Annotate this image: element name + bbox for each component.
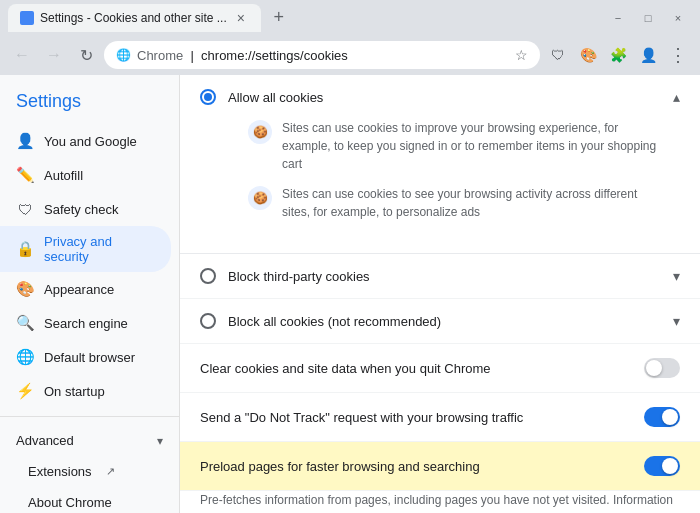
preload-pages-toggle-knob	[662, 458, 678, 474]
address-bar: ← → ↻ 🌐 Chrome | chrome://settings/cooki…	[0, 35, 700, 75]
do-not-track-toggle[interactable]	[644, 407, 680, 427]
autofill-icon: ✏️	[16, 166, 34, 184]
sidebar-item-safety-check[interactable]: 🛡 Safety check	[0, 192, 171, 226]
tab-close-button[interactable]: ×	[233, 10, 249, 26]
cookie-sub-item-1: 🍪 Sites can use cookies to see your brow…	[248, 179, 660, 227]
sidebar-item-privacy-security[interactable]: 🔒 Privacy and security	[0, 226, 171, 272]
url-path: chrome://settings/cookies	[201, 48, 348, 63]
block-all-cookies-option[interactable]: Block all cookies (not recommended) ▾	[180, 299, 700, 344]
about-chrome-label: About Chrome	[28, 495, 112, 510]
appearance-icon: 🎨	[16, 280, 34, 298]
back-button[interactable]: ←	[8, 41, 36, 69]
block-all-cookies-label: Block all cookies (not recommended)	[228, 314, 661, 329]
block-third-party-label: Block third-party cookies	[228, 269, 661, 284]
bookmark-icon[interactable]: ☆	[515, 47, 528, 63]
profile-icon[interactable]: 👤	[634, 41, 662, 69]
block-all-cookies-radio[interactable]	[200, 313, 216, 329]
sidebar-advanced-section[interactable]: Advanced ▾	[0, 425, 179, 456]
sidebar-divider	[0, 416, 179, 417]
allow-all-cookies-header[interactable]: Allow all cookies ▴	[200, 89, 680, 105]
sidebar-item-about-chrome[interactable]: About Chrome	[0, 487, 179, 513]
sidebar-item-appearance[interactable]: 🎨 Appearance	[0, 272, 171, 306]
cookie-sub-text-0: Sites can use cookies to improve your br…	[282, 119, 660, 173]
advanced-label: Advanced	[16, 433, 74, 448]
on-startup-icon: ⚡	[16, 382, 34, 400]
search-icon: 🔍	[16, 314, 34, 332]
sidebar-item-label: Autofill	[44, 168, 83, 183]
new-tab-button[interactable]: +	[265, 4, 293, 32]
clear-cookies-toggle-knob	[646, 360, 662, 376]
preload-pages-toggle[interactable]	[644, 456, 680, 476]
sidebar-item-extensions[interactable]: Extensions ↗	[0, 456, 179, 487]
sidebar-item-label: Default browser	[44, 350, 135, 365]
sidebar-item-default-browser[interactable]: 🌐 Default browser	[0, 340, 171, 374]
default-browser-icon: 🌐	[16, 348, 34, 366]
allow-all-cookies-label: Allow all cookies	[228, 90, 661, 105]
you-and-google-icon: 👤	[16, 132, 34, 150]
content-inner: Allow all cookies ▴ 🍪 Sites can use cook…	[180, 75, 700, 513]
sidebar-title: Settings	[0, 75, 179, 124]
minimize-button[interactable]: −	[604, 8, 632, 28]
sidebar-item-autofill[interactable]: ✏️ Autofill	[0, 158, 171, 192]
extensions-label: Extensions	[28, 464, 92, 479]
preload-pages-label: Preload pages for faster browsing and se…	[200, 459, 632, 474]
sidebar-item-on-startup[interactable]: ⚡ On startup	[0, 374, 171, 408]
allow-all-cookies-section: Allow all cookies ▴ 🍪 Sites can use cook…	[180, 75, 700, 254]
preload-pages-row: Preload pages for faster browsing and se…	[180, 442, 700, 491]
cookie-sub-items: 🍪 Sites can use cookies to improve your …	[200, 105, 680, 239]
do-not-track-label: Send a "Do Not Track" request with your …	[200, 410, 632, 425]
safety-check-icon: 🛡	[16, 200, 34, 218]
cookie-sub-text-1: Sites can use cookies to see your browsi…	[282, 185, 660, 221]
titlebar: Settings - Cookies and other site ... × …	[0, 0, 700, 35]
window-controls: − □ ×	[604, 8, 692, 28]
sidebar: Settings 👤 You and Google ✏️ Autofill 🛡 …	[0, 75, 180, 513]
sidebar-item-search-engine[interactable]: 🔍 Search engine	[0, 306, 171, 340]
tab-title: Settings - Cookies and other site ...	[40, 11, 227, 25]
forward-button[interactable]: →	[40, 41, 68, 69]
cookie-icon-0: 🍪	[248, 120, 272, 144]
do-not-track-toggle-knob	[662, 409, 678, 425]
block-third-party-chevron: ▾	[673, 268, 680, 284]
external-link-icon: ↗	[106, 465, 115, 478]
clear-cookies-row: Clear cookies and site data when you qui…	[180, 344, 700, 393]
active-tab[interactable]: Settings - Cookies and other site ... ×	[8, 4, 261, 32]
preload-pages-sub: Pre-fetches information from pages, incl…	[180, 491, 700, 513]
allow-all-cookies-radio[interactable]	[200, 89, 216, 105]
color-wheel-icon[interactable]: 🎨	[574, 41, 602, 69]
shield-icon[interactable]: 🛡	[544, 41, 572, 69]
sidebar-item-you-and-google[interactable]: 👤 You and Google	[0, 124, 171, 158]
block-third-party-radio[interactable]	[200, 268, 216, 284]
chrome-icon: 🌐	[116, 48, 131, 62]
tab-favicon	[20, 11, 34, 25]
cookie-sub-item-0: 🍪 Sites can use cookies to improve your …	[248, 113, 660, 179]
refresh-button[interactable]: ↻	[72, 41, 100, 69]
close-button[interactable]: ×	[664, 8, 692, 28]
cookie-icon-1: 🍪	[248, 186, 272, 210]
menu-button[interactable]: ⋮	[664, 41, 692, 69]
advanced-expand-icon: ▾	[157, 434, 163, 448]
extension-icon[interactable]: 🧩	[604, 41, 632, 69]
sidebar-item-label: Privacy and security	[44, 234, 155, 264]
sidebar-item-label: Search engine	[44, 316, 128, 331]
clear-cookies-label: Clear cookies and site data when you qui…	[200, 361, 632, 376]
sidebar-item-label: On startup	[44, 384, 105, 399]
url-action-icons: ☆	[515, 47, 528, 63]
privacy-icon: 🔒	[16, 240, 34, 258]
url-text: Chrome | chrome://settings/cookies	[137, 48, 509, 63]
url-bar[interactable]: 🌐 Chrome | chrome://settings/cookies ☆	[104, 41, 540, 69]
url-prefix: Chrome	[137, 48, 183, 63]
sidebar-item-label: Safety check	[44, 202, 118, 217]
toolbar-icons: 🛡 🎨 🧩 👤 ⋮	[544, 41, 692, 69]
content-area: Allow all cookies ▴ 🍪 Sites can use cook…	[180, 75, 700, 513]
clear-cookies-toggle[interactable]	[644, 358, 680, 378]
main-content: Settings 👤 You and Google ✏️ Autofill 🛡 …	[0, 75, 700, 513]
block-all-cookies-chevron: ▾	[673, 313, 680, 329]
allow-all-cookies-chevron: ▴	[673, 89, 680, 105]
sidebar-item-label: You and Google	[44, 134, 137, 149]
do-not-track-row: Send a "Do Not Track" request with your …	[180, 393, 700, 442]
sidebar-item-label: Appearance	[44, 282, 114, 297]
block-third-party-option[interactable]: Block third-party cookies ▾	[180, 254, 700, 299]
maximize-button[interactable]: □	[634, 8, 662, 28]
